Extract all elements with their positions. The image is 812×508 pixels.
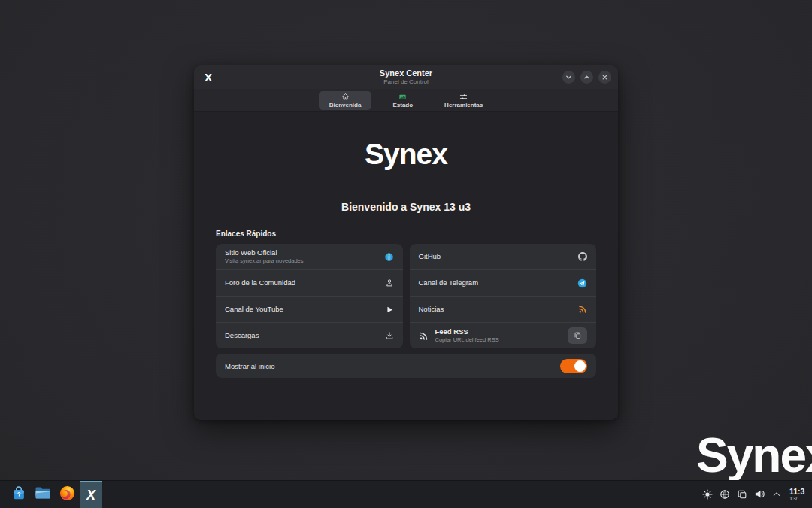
startup-toggle-label: Mostrar al inicio (225, 362, 275, 370)
volume-icon[interactable] (754, 488, 765, 500)
window-title: Synex Center (380, 68, 432, 78)
taskbar-app-firefox[interactable] (56, 481, 78, 508)
close-button[interactable] (598, 71, 611, 84)
maximize-button[interactable] (580, 71, 593, 84)
folder-icon (34, 484, 52, 505)
link-title: Foro de la Comunidad (225, 278, 295, 287)
quick-links: Sitio Web Oficial Visita synex.ar para n… (216, 244, 596, 348)
clock[interactable]: 11:3 13/ (789, 488, 812, 502)
taskbar: X 11:3 13/ (0, 480, 812, 508)
github-icon (578, 252, 587, 261)
tab-estado[interactable]: Estado (382, 91, 423, 110)
link-feed-rss[interactable]: Feed RSS Copiar URL del feed RSS (410, 322, 597, 348)
link-telegram[interactable]: Canal de Telegram (410, 269, 597, 296)
link-title: Descargas (225, 331, 259, 340)
brightness-icon[interactable] (702, 489, 713, 500)
link-descargas[interactable]: Descargas (216, 322, 403, 348)
copy-feed-url-button[interactable] (568, 327, 587, 344)
window-subtitle: Panel de Control (383, 78, 429, 86)
clock-date: 13/ (789, 496, 812, 502)
system-tray: 11:3 13/ (702, 488, 812, 502)
link-subtitle: Visita synex.ar para novedades (225, 257, 304, 265)
toggle-knob (574, 360, 586, 372)
copy-icon (574, 330, 582, 342)
desktop-watermark: Synex (696, 427, 812, 483)
welcome-heading: Bienvenido a Synex 13 u3 (194, 201, 618, 213)
link-title: Canal de YouTube (225, 305, 283, 314)
sliders-icon (459, 93, 468, 101)
window-controls (562, 71, 611, 84)
synex-taskbar-logo: X (86, 488, 95, 502)
download-icon (385, 331, 394, 340)
link-github[interactable]: GitHub (410, 244, 597, 269)
quick-links-left-card: Sitio Web Oficial Visita synex.ar para n… (216, 244, 403, 348)
clipboard-icon[interactable] (737, 489, 747, 500)
tab-bienvenida[interactable]: Bienvenida (319, 91, 372, 110)
link-title: Feed RSS (435, 327, 499, 336)
link-title: Sitio Web Oficial (225, 248, 304, 257)
synex-center-window: X Synex Center Panel de Control Bienveni… (194, 65, 618, 420)
rss-icon (419, 331, 429, 341)
synex-logo: X (205, 71, 212, 83)
quick-links-right-card: GitHub Canal de Telegram Noticias (410, 244, 597, 348)
clock-time: 11:3 (789, 488, 812, 496)
link-title: Canal de Telegram (419, 278, 479, 287)
monitor-chart-icon (398, 93, 407, 101)
synex-hero-logo: Synex (194, 139, 618, 169)
telegram-icon (577, 278, 587, 288)
link-title: GitHub (419, 252, 441, 261)
startup-setting-row: Mostrar al inicio (216, 354, 596, 378)
taskbar-app-file-manager[interactable] (32, 481, 54, 508)
minimize-button[interactable] (562, 71, 575, 84)
startup-toggle-switch[interactable] (560, 359, 587, 373)
titlebar[interactable]: X Synex Center Panel de Control (194, 65, 618, 89)
tab-label: Herramientas (444, 102, 483, 108)
tab-herramientas[interactable]: Herramientas (434, 91, 493, 110)
globe-icon (384, 252, 394, 262)
taskbar-app-discover[interactable] (8, 481, 30, 508)
network-globe-icon[interactable] (720, 489, 730, 500)
link-subtitle: Copiar URL del feed RSS (435, 336, 499, 344)
discover-bag-icon (11, 485, 27, 504)
close-icon (601, 74, 608, 81)
quick-links-title: Enlaces Rápidos (216, 230, 618, 238)
tab-label: Estado (392, 102, 413, 108)
rss-icon (578, 305, 587, 314)
taskbar-app-synex-center[interactable]: X (80, 481, 102, 508)
titlebar-titles: Synex Center Panel de Control (194, 65, 618, 89)
chevron-up-icon (583, 74, 590, 81)
link-noticias[interactable]: Noticias (410, 296, 597, 322)
firefox-icon (59, 485, 76, 505)
chevron-down-icon (565, 74, 572, 81)
tray-expand-icon[interactable] (772, 490, 781, 499)
link-youtube[interactable]: Canal de YouTube (216, 296, 403, 322)
tab-label: Bienvenida (329, 102, 362, 108)
link-sitio-web[interactable]: Sitio Web Oficial Visita synex.ar para n… (216, 244, 403, 269)
home-icon (341, 93, 350, 101)
link-title: Noticias (419, 305, 444, 314)
tab-bar: Bienvenida Estado Herramientas (194, 89, 618, 112)
play-icon (386, 306, 394, 314)
person-icon (385, 278, 394, 287)
link-foro[interactable]: Foro de la Comunidad (216, 269, 403, 296)
